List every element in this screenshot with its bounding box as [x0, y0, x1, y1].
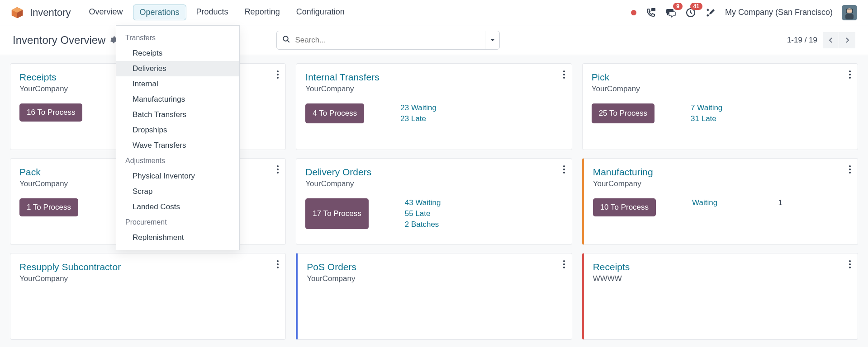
activity-icon[interactable]: 41	[685, 7, 696, 18]
search-wrapper	[276, 31, 500, 50]
pager-next-button[interactable]	[839, 32, 855, 48]
app-title[interactable]: Inventory	[30, 7, 71, 19]
dropdown-item-wave-transfers[interactable]: Wave Transfers	[116, 138, 239, 153]
main-menu: Overview Operations Products Reporting C…	[83, 5, 351, 20]
svg-point-25	[563, 172, 565, 174]
stat-waiting[interactable]: 23 Waiting	[400, 103, 436, 113]
dropdown-item-physical-inventory[interactable]: Physical Inventory	[116, 169, 239, 184]
card-title[interactable]: Receipts	[593, 262, 849, 272]
nav-products[interactable]: Products	[190, 5, 235, 20]
pager-value[interactable]: 1-19 / 19	[787, 36, 817, 45]
card-menu-icon[interactable]	[563, 70, 565, 81]
topbar-right: 9 41 My Company (San Francisco)	[631, 5, 857, 20]
search-input[interactable]	[295, 36, 479, 45]
user-avatar[interactable]	[842, 5, 857, 20]
stat-batches[interactable]: 2 Batches	[405, 220, 441, 229]
stat-waiting[interactable]: 7 Waiting	[691, 103, 722, 113]
svg-point-11	[277, 70, 279, 72]
card-title[interactable]: Pick	[592, 72, 849, 83]
card-menu-icon[interactable]	[849, 260, 851, 271]
svg-point-28	[849, 172, 851, 174]
svg-point-32	[563, 260, 565, 262]
dropdown-item-scrap[interactable]: Scrap	[116, 184, 239, 199]
card-subtitle: YourCompany	[305, 84, 562, 94]
company-selector[interactable]: My Company (San Francisco)	[725, 8, 833, 17]
dropdown-section-adjustments: Adjustments	[116, 153, 239, 169]
dropdown-item-replenishment[interactable]: Replenishment	[116, 230, 239, 245]
search-box[interactable]	[277, 31, 485, 49]
svg-point-22	[277, 172, 279, 174]
search-options-toggle[interactable]	[485, 31, 499, 49]
stat-late[interactable]: 55 Late	[405, 209, 441, 218]
card-title[interactable]: Manufacturing	[593, 167, 849, 178]
process-button[interactable]: 16 To Process	[19, 103, 82, 122]
svg-point-19	[849, 77, 851, 79]
breadcrumb: Inventory Overview	[13, 34, 118, 47]
dropdown-item-batch-transfers[interactable]: Batch Transfers	[116, 107, 239, 122]
pager-prev-button[interactable]	[823, 32, 839, 48]
card-menu-icon[interactable]	[563, 165, 565, 176]
messages-icon[interactable]: 9	[665, 7, 676, 18]
card-subtitle: YourCompany	[19, 274, 276, 283]
card-menu-icon[interactable]	[563, 260, 565, 271]
card-pick[interactable]: Pick YourCompany 25 To Process 7 Waiting…	[582, 63, 858, 150]
messages-badge: 9	[673, 3, 683, 10]
dropdown-item-landed-costs[interactable]: Landed Costs	[116, 199, 239, 215]
activity-badge: 41	[690, 3, 702, 10]
svg-line-10	[288, 40, 290, 42]
dropdown-item-dropships[interactable]: Dropships	[116, 122, 239, 138]
dropdown-item-manufacturings[interactable]: Manufacturings	[116, 92, 239, 107]
svg-rect-3	[651, 8, 655, 11]
svg-point-36	[849, 263, 851, 265]
card-menu-icon[interactable]	[849, 70, 851, 81]
svg-point-29	[277, 260, 279, 262]
stat-waiting-label[interactable]: Waiting	[692, 198, 717, 207]
top-navbar: Inventory Overview Operations Products R…	[0, 0, 868, 25]
stat-waiting[interactable]: 43 Waiting	[405, 198, 441, 207]
dropdown-item-deliveries[interactable]: Deliveries	[116, 61, 239, 76]
page-title[interactable]: Inventory Overview	[13, 34, 105, 47]
dropdown-section-transfers: Transfers	[116, 30, 239, 46]
card-internal-transfers[interactable]: Internal Transfers YourCompany 4 To Proc…	[296, 63, 572, 150]
svg-point-9	[284, 36, 289, 41]
svg-point-30	[277, 263, 279, 265]
svg-point-21	[277, 169, 279, 170]
svg-point-13	[277, 77, 279, 79]
process-button[interactable]: 17 To Process	[305, 198, 368, 229]
tools-icon[interactable]	[705, 7, 716, 18]
nav-configuration[interactable]: Configuration	[290, 5, 351, 20]
svg-point-17	[849, 70, 851, 72]
nav-operations[interactable]: Operations	[133, 5, 186, 20]
svg-point-12	[277, 74, 279, 75]
card-delivery-orders[interactable]: Delivery Orders YourCompany 17 To Proces…	[296, 158, 572, 245]
card-subtitle: YourCompany	[305, 179, 562, 188]
card-menu-icon[interactable]	[276, 70, 279, 81]
svg-point-24	[563, 169, 565, 170]
card-title[interactable]: Resupply Subcontractor	[19, 262, 276, 272]
process-button[interactable]: 25 To Process	[592, 103, 655, 123]
nav-overview[interactable]: Overview	[83, 5, 129, 20]
stat-late[interactable]: 31 Late	[691, 114, 722, 123]
stat-late[interactable]: 23 Late	[400, 114, 436, 123]
dropdown-item-internal[interactable]: Internal	[116, 76, 239, 92]
nav-reporting[interactable]: Reporting	[238, 5, 286, 20]
card-receipts-wwww[interactable]: Receipts WWWW	[582, 253, 858, 340]
card-resupply-subcontractor[interactable]: Resupply Subcontractor YourCompany	[10, 253, 286, 340]
card-subtitle: YourCompany	[593, 179, 849, 188]
card-title[interactable]: Internal Transfers	[305, 72, 562, 83]
dropdown-item-receipts[interactable]: Receipts	[116, 46, 239, 61]
process-button[interactable]: 4 To Process	[305, 103, 364, 123]
process-button[interactable]: 1 To Process	[19, 198, 78, 216]
card-menu-icon[interactable]	[849, 165, 851, 176]
card-title[interactable]: Delivery Orders	[305, 167, 562, 178]
card-manufacturing[interactable]: Manufacturing YourCompany 10 To Process …	[582, 158, 858, 245]
card-menu-icon[interactable]	[276, 260, 279, 271]
card-title[interactable]: PoS Orders	[307, 262, 562, 272]
phone-icon[interactable]	[645, 7, 656, 18]
status-dot-icon[interactable]	[631, 10, 636, 15]
card-subtitle: YourCompany	[592, 84, 849, 94]
svg-point-31	[277, 267, 279, 268]
process-button[interactable]: 10 To Process	[593, 198, 656, 216]
card-menu-icon[interactable]	[276, 165, 279, 176]
card-pos-orders[interactable]: PoS Orders YourCompany	[296, 253, 572, 340]
